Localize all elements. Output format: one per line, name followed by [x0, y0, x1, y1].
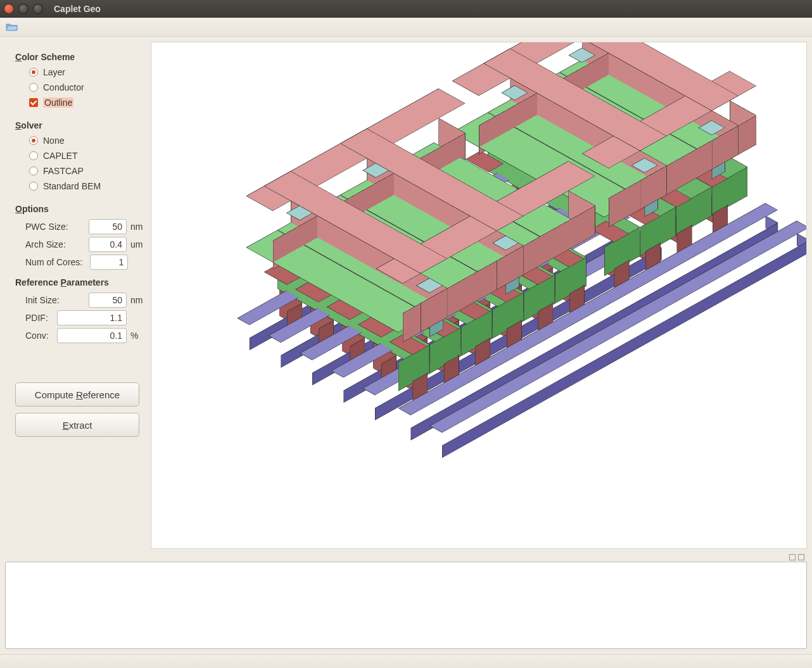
input-pwc-size[interactable]: [89, 219, 127, 234]
input-conv[interactable]: [57, 328, 127, 343]
radio-layer[interactable]: Layer: [29, 67, 146, 77]
label-num-cores: Num of Cores:: [25, 257, 82, 267]
radio-icon: [29, 167, 38, 175]
heading-ref-params: Reference Parameters: [15, 277, 146, 287]
app-title: Caplet Geo: [54, 4, 101, 14]
label-pdif: PDIF:: [25, 313, 48, 323]
input-arch-size[interactable]: [89, 237, 127, 252]
radio-none[interactable]: None: [29, 135, 146, 146]
label-arch-size: Arch Size:: [25, 239, 66, 249]
unit-percent: %: [130, 331, 146, 341]
checkbox-icon: [29, 98, 38, 107]
label-pwc-size: PWC Size:: [25, 222, 68, 232]
heading-solver: Solver: [15, 120, 146, 130]
extract-button[interactable]: Extract: [15, 413, 139, 437]
unit-nm: nm: [130, 295, 146, 305]
compute-reference-button[interactable]: Compute Reference: [15, 382, 139, 406]
radio-conductor[interactable]: Conductor: [29, 82, 146, 92]
close-icon[interactable]: [4, 4, 14, 14]
unit-um: um: [130, 239, 146, 249]
input-num-cores[interactable]: [90, 255, 128, 270]
radio-icon: [29, 68, 38, 77]
radio-icon: [29, 182, 38, 191]
input-pdif[interactable]: [57, 310, 127, 325]
radio-icon: [29, 136, 38, 145]
radio-standard-bem[interactable]: Standard BEM: [29, 181, 146, 191]
toolbar: [0, 18, 812, 37]
label-init-size: Init Size:: [25, 295, 60, 305]
console-output[interactable]: [5, 562, 807, 649]
heading-options: Options: [15, 204, 146, 214]
viewport-3d[interactable]: [151, 42, 807, 549]
sidebar: Color Scheme Layer Conductor Outline Sol…: [0, 37, 151, 549]
radio-fastcap[interactable]: FASTCAP: [29, 166, 146, 176]
status-bar: [0, 654, 812, 668]
input-init-size[interactable]: [89, 293, 127, 308]
label-conv: Conv:: [25, 331, 49, 341]
radio-caplet[interactable]: CAPLET: [29, 151, 146, 161]
minimize-icon[interactable]: [18, 4, 29, 14]
window-titlebar: Caplet Geo: [0, 0, 812, 18]
open-folder-icon[interactable]: [5, 20, 19, 34]
checkbox-outline[interactable]: Outline: [29, 98, 146, 108]
dock-restore-icon[interactable]: [789, 554, 796, 560]
heading-color-scheme: Color Scheme: [15, 52, 146, 62]
radio-icon: [29, 83, 38, 92]
unit-nm: nm: [130, 222, 146, 232]
radio-icon: [29, 151, 38, 160]
maximize-icon[interactable]: [33, 4, 43, 14]
dock-close-icon[interactable]: [798, 554, 804, 560]
